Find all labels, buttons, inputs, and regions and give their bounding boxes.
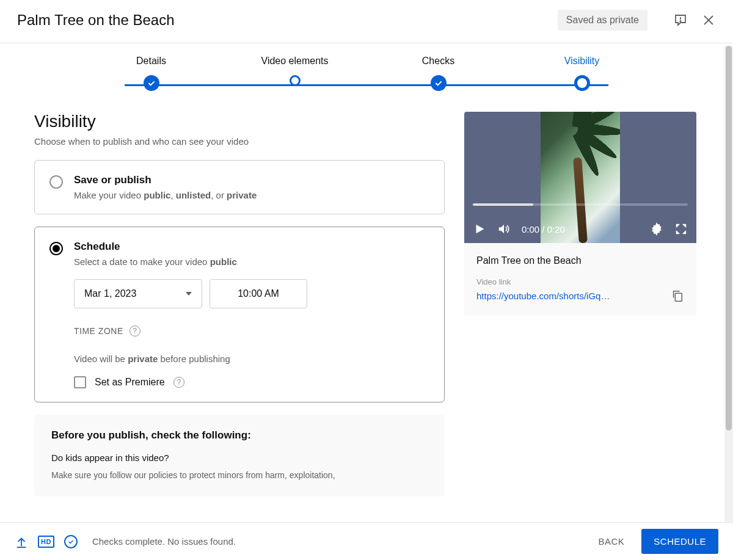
info-question: Do kids appear in this video? [51, 453, 428, 463]
video-player[interactable]: 0:00 / 0:20 [464, 112, 696, 243]
fullscreen-icon[interactable] [674, 222, 688, 236]
step-video-elements[interactable]: Video elements [223, 56, 366, 86]
saved-status-badge: Saved as private [558, 10, 647, 31]
settings-icon[interactable] [650, 222, 663, 236]
video-link-label: Video link [476, 277, 684, 286]
section-subtitle: Choose when to publish and who can see y… [34, 136, 445, 147]
dialog-footer: HD Checks complete. No issues found. BAC… [0, 522, 733, 560]
copy-icon[interactable] [671, 289, 684, 302]
left-column: Visibility Choose when to publish and wh… [34, 112, 445, 517]
scrollbar-thumb[interactable] [726, 46, 732, 431]
schedule-time-picker[interactable]: 10:00 AM [210, 279, 307, 308]
radio-schedule[interactable] [49, 242, 63, 255]
help-icon[interactable]: ? [173, 377, 184, 388]
video-controls: 0:00 / 0:20 [464, 215, 696, 243]
radio-body: Schedule Select a date to make your vide… [74, 241, 429, 388]
time-value: 10:00 AM [238, 288, 279, 299]
option-desc: Make your video public, unlisted, or pri… [74, 190, 429, 200]
schedule-button[interactable]: SCHEDULE [641, 529, 718, 554]
premiere-checkbox[interactable] [74, 376, 86, 388]
play-icon[interactable] [473, 222, 486, 236]
checks-done-icon [64, 535, 78, 548]
progress-fill [473, 203, 533, 206]
svg-marker-4 [476, 225, 484, 234]
premiere-label: Set as Premiere [95, 377, 165, 388]
option-desc: Select a date to make your video public [74, 256, 429, 267]
before-publish-card: Before you publish, check the following:… [34, 415, 445, 496]
step-label: Details [136, 56, 166, 67]
timezone-row: TIME ZONE ? [74, 325, 429, 336]
right-column: 0:00 / 0:20 Palm Tree on the Beach Video… [464, 112, 696, 517]
radio-save-publish[interactable] [49, 175, 63, 189]
step-details[interactable]: Details [79, 56, 223, 91]
schedule-date-picker[interactable]: Mar 1, 2023 [74, 279, 202, 308]
step-checks[interactable]: Checks [366, 56, 510, 91]
progress-bar[interactable] [473, 203, 688, 206]
step-label: Visibility [564, 56, 600, 67]
preview-video-title: Palm Tree on the Beach [476, 255, 684, 266]
date-value: Mar 1, 2023 [84, 288, 136, 299]
step-node-current [574, 75, 590, 91]
section-title: Visibility [34, 112, 445, 131]
svg-rect-7 [675, 293, 682, 301]
step-node-done [431, 75, 447, 91]
info-title: Before you publish, check the following: [51, 429, 428, 442]
premiere-row: Set as Premiere ? [74, 376, 429, 388]
step-node [290, 75, 301, 86]
video-link-url[interactable]: https://youtube.com/shorts/iGq… [476, 291, 665, 301]
feedback-icon[interactable] [673, 13, 688, 27]
dialog-header: Palm Tree on the Beach Saved as private [0, 0, 733, 43]
playback-time: 0:00 / 0:20 [522, 224, 565, 235]
step-node-done [144, 75, 159, 91]
info-paragraph: Make sure you follow our policies to pro… [51, 469, 428, 482]
step-label: Checks [422, 56, 454, 67]
help-icon[interactable]: ? [129, 325, 140, 336]
preview-meta: Palm Tree on the Beach Video link https:… [464, 243, 696, 316]
footer-status-text: Checks complete. No issues found. [92, 536, 582, 547]
private-note: Video will be private before publishing [74, 354, 429, 364]
radio-body: Save or publish Make your video public, … [74, 174, 429, 200]
video-title: Palm Tree on the Beach [17, 12, 558, 29]
upload-status-icon [15, 535, 28, 548]
timezone-label: TIME ZONE [74, 326, 123, 336]
svg-marker-5 [499, 225, 504, 234]
option-title: Save or publish [74, 174, 429, 186]
upload-stepper: Details Video elements Checks Visibility [0, 43, 733, 97]
close-icon[interactable] [701, 13, 716, 27]
scrollbar[interactable] [724, 46, 733, 522]
back-button[interactable]: BACK [591, 530, 632, 553]
volume-icon[interactable] [497, 222, 511, 236]
video-preview-card: 0:00 / 0:20 Palm Tree on the Beach Video… [464, 112, 696, 316]
schedule-card: Schedule Select a date to make your vide… [34, 227, 445, 402]
svg-point-1 [680, 21, 680, 21]
save-or-publish-card[interactable]: Save or publish Make your video public, … [34, 160, 445, 214]
video-link-row: https://youtube.com/shorts/iGq… [476, 289, 684, 302]
chevron-down-icon [186, 292, 192, 296]
step-visibility[interactable]: Visibility [510, 56, 654, 91]
hd-badge: HD [38, 536, 54, 548]
option-title: Schedule [74, 241, 429, 253]
content-area: Visibility Choose when to publish and wh… [0, 97, 733, 517]
step-label: Video elements [261, 56, 329, 67]
schedule-inputs: Mar 1, 2023 10:00 AM [74, 279, 429, 308]
